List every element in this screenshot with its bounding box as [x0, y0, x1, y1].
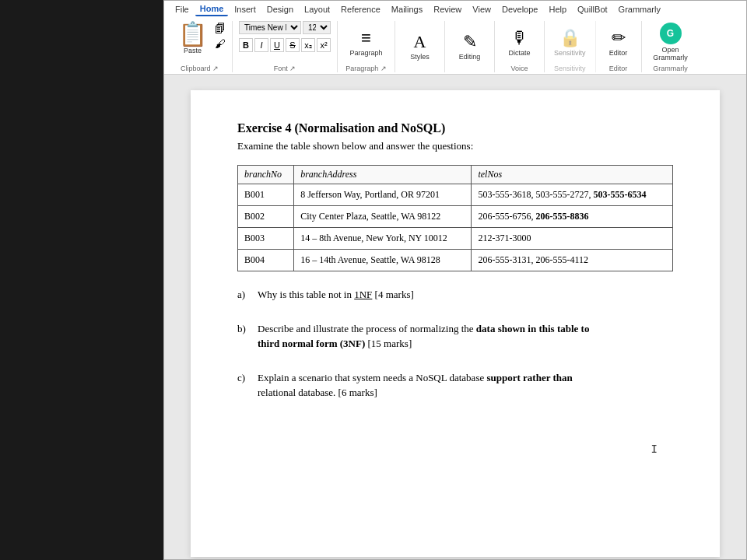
- styles-icon: A: [414, 32, 426, 52]
- open-grammarly-button[interactable]: G OpenGrammarly: [650, 21, 691, 63]
- format-painter-button[interactable]: 🖌: [215, 37, 226, 50]
- clipboard-group: 📋 Paste 🗐 🖌 Clipboard ↗: [170, 21, 233, 72]
- copy-button[interactable]: 🗐: [215, 23, 226, 35]
- editing-group: ✎ Editing: [448, 21, 495, 72]
- paste-icon: 📋: [178, 23, 207, 46]
- font-name-select[interactable]: Times New Roman: [239, 21, 301, 34]
- italic-button[interactable]: I: [254, 38, 268, 52]
- left-dark-panel: [0, 0, 163, 560]
- paragraph-label: Paragraph: [349, 49, 382, 57]
- table-row: B0018 Jefferson Way, Portland, OR 972015…: [238, 184, 673, 206]
- grammarly-group-label: Grammarly: [648, 65, 693, 72]
- grammarly-icon: G: [660, 23, 682, 44]
- question-a-label: a): [237, 287, 253, 303]
- menu-view[interactable]: View: [468, 3, 496, 16]
- editing-label: Editing: [459, 53, 481, 61]
- menu-quillbot[interactable]: QuillBot: [573, 3, 612, 16]
- cell-telnos: 206-555-3131, 206-555-4112: [472, 250, 673, 271]
- styles-group: A Styles: [398, 21, 445, 72]
- cell-branchno: B002: [238, 206, 294, 228]
- grammarly-group: G OpenGrammarly Grammarly: [645, 21, 700, 72]
- superscript-button[interactable]: x²: [317, 38, 331, 52]
- question-b-text: Describe and illustrate the process of n…: [258, 321, 589, 352]
- cell-branchno: B003: [238, 228, 294, 250]
- cell-branchaddress: 16 – 14th Avenue, Seattle, WA 98128: [294, 250, 472, 271]
- document-title: Exercise 4 (Normalisation and NoSQL): [237, 121, 673, 135]
- word-window: File Home Insert Design Layout Reference…: [163, 0, 747, 560]
- question-b: b) Describe and illustrate the process o…: [237, 321, 673, 352]
- font-group: Times New Roman 12 B I U S x₂: [236, 21, 338, 72]
- table-row: B00314 – 8th Avenue, New York, NY 100122…: [238, 228, 673, 250]
- styles-label: Styles: [410, 53, 430, 61]
- menu-help[interactable]: Help: [544, 3, 571, 16]
- col-header-branchaddress: branchAddress: [294, 166, 472, 184]
- paragraph-button[interactable]: ≡ Paragraph: [346, 26, 385, 58]
- editor-group-label: Editor: [602, 65, 635, 72]
- cell-branchaddress: 8 Jefferson Way, Portland, OR 97201: [294, 184, 472, 206]
- subscript-button[interactable]: x₂: [301, 38, 315, 52]
- sensitivity-button[interactable]: 🔒 Sensitivity: [551, 26, 589, 58]
- paste-button[interactable]: 📋 Paste: [174, 21, 212, 56]
- document-area[interactable]: Exercise 4 (Normalisation and NoSQL) Exa…: [164, 75, 746, 559]
- sensitivity-label: Sensitivity: [554, 49, 586, 57]
- editor-label: Editor: [609, 49, 628, 57]
- question-c-label: c): [237, 370, 253, 401]
- font-label: Font ↗: [239, 65, 331, 72]
- menu-design[interactable]: Design: [262, 3, 298, 16]
- dictate-button[interactable]: 🎙 Dictate: [504, 26, 535, 58]
- cell-branchaddress: City Center Plaza, Seattle, WA 98122: [294, 206, 472, 228]
- strikethrough-button[interactable]: S: [286, 38, 300, 52]
- menu-mailings[interactable]: Mailings: [387, 3, 427, 16]
- sensitivity-group-label: Sensitivity: [551, 65, 589, 72]
- data-table: branchNo branchAddress telNos B0018 Jeff…: [237, 165, 673, 271]
- paragraph-group-label: Paragraph ↗: [344, 65, 388, 72]
- menu-reference[interactable]: Reference: [336, 3, 385, 16]
- menu-review[interactable]: Review: [429, 3, 466, 16]
- col-header-telnos: telNos: [472, 166, 673, 184]
- ribbon-toolbar: 📋 Paste 🗐 🖌 Clipboard ↗: [164, 18, 746, 74]
- question-c: c) Explain a scenario that system needs …: [237, 370, 673, 401]
- menu-develope[interactable]: Develope: [497, 3, 542, 16]
- font-size-select[interactable]: 12: [303, 21, 331, 34]
- paste-label: Paste: [184, 47, 202, 54]
- question-c-text: Explain a scenario that system needs a N…: [258, 370, 573, 401]
- question-b-label: b): [237, 321, 253, 352]
- clipboard-label: Clipboard ↗: [174, 65, 226, 72]
- table-row: B002City Center Plaza, Seattle, WA 98122…: [238, 206, 673, 228]
- cell-telnos: 206-555-6756, 206-555-8836: [472, 206, 673, 228]
- questions-section: a) Why is this table not in 1NF [4 marks…: [237, 287, 673, 401]
- cell-telnos: 503-555-3618, 503-555-2727, 503-555-6534: [472, 184, 673, 206]
- editing-icon: ✎: [463, 32, 477, 52]
- styles-button[interactable]: A Styles: [405, 30, 436, 62]
- paragraph-group: ≡ Paragraph Paragraph ↗: [341, 21, 395, 72]
- cell-branchno: B004: [238, 250, 294, 271]
- document-subtitle: Examine the table shown below and answer…: [237, 140, 673, 152]
- col-header-branchno: branchNo: [238, 166, 294, 184]
- question-a-text: Why is this table not in 1NF [4 marks]: [258, 287, 414, 303]
- menu-insert[interactable]: Insert: [230, 3, 261, 16]
- bold-button[interactable]: B: [239, 38, 253, 52]
- editor-group: ✏ Editor Editor: [599, 21, 642, 72]
- dictate-label: Dictate: [508, 49, 530, 57]
- ribbon: File Home Insert Design Layout Reference…: [164, 1, 746, 75]
- cell-telnos: 212-371-3000: [472, 228, 673, 250]
- sensitivity-icon: 🔒: [559, 28, 580, 48]
- menu-file[interactable]: File: [170, 3, 194, 16]
- menu-bar: File Home Insert Design Layout Reference…: [164, 1, 746, 18]
- cell-branchaddress: 14 – 8th Avenue, New York, NY 10012: [294, 228, 472, 250]
- menu-layout[interactable]: Layout: [300, 3, 335, 16]
- editor-button[interactable]: ✏ Editor: [603, 26, 634, 58]
- editing-button[interactable]: ✎ Editing: [454, 30, 486, 62]
- question-a: a) Why is this table not in 1NF [4 marks…: [237, 287, 673, 303]
- paragraph-icon: ≡: [361, 28, 371, 48]
- cell-branchno: B001: [238, 184, 294, 206]
- menu-grammarly[interactable]: Grammarly: [614, 3, 665, 16]
- menu-home[interactable]: Home: [195, 2, 229, 16]
- text-cursor: I: [651, 442, 658, 456]
- microphone-icon: 🎙: [511, 28, 528, 48]
- underline-button[interactable]: U: [270, 38, 284, 52]
- open-grammarly-label: OpenGrammarly: [653, 46, 688, 61]
- sensitivity-group: 🔒 Sensitivity Sensitivity: [548, 21, 596, 72]
- dictate-group: 🎙 Dictate Voice: [498, 21, 545, 72]
- table-row: B00416 – 14th Avenue, Seattle, WA 981282…: [238, 250, 673, 271]
